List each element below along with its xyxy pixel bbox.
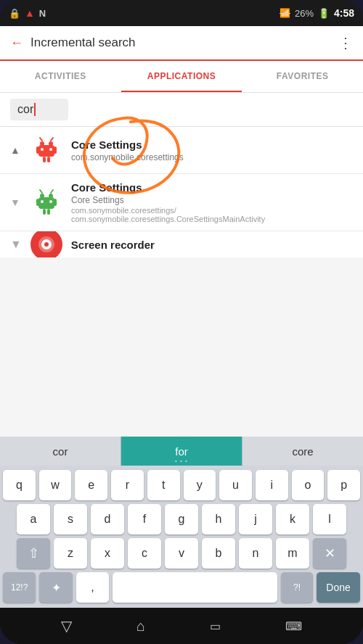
key-space[interactable] [113, 572, 277, 603]
status-right: 📶 26% 🔋 4:58 [280, 7, 354, 19]
svg-line-10 [51, 138, 53, 141]
key-k[interactable]: k [276, 504, 309, 534]
key-h[interactable]: h [202, 504, 235, 534]
key-p[interactable]: p [327, 470, 360, 500]
key-o[interactable]: o [292, 470, 325, 500]
search-bar: ← Incremental search ⋮ [0, 26, 363, 61]
key-shift[interactable]: ⇧ [17, 538, 50, 569]
key-row-2: a s d f g h j k l [3, 504, 360, 534]
nav-recents-icon[interactable]: ▭ [210, 619, 221, 633]
suggestion-core[interactable]: core [242, 437, 363, 466]
status-left: 🔒 ▲ N [9, 7, 46, 19]
result-item-core-settings-1[interactable]: ▲ [0, 127, 363, 174]
key-emoji[interactable]: ✦ [39, 572, 72, 603]
svg-line-21 [51, 190, 53, 193]
result-title-3: Screen recorder [71, 239, 353, 251]
svg-rect-19 [47, 209, 50, 215]
result-item-core-settings-2[interactable]: ▼ [0, 174, 363, 231]
search-text: cor [17, 103, 33, 116]
result-subtitle-1: com.sonymobile.coresettings [71, 152, 353, 162]
nav-home-icon[interactable]: ⌂ [136, 618, 145, 635]
screen-recorder-icon [30, 231, 62, 257]
key-d[interactable]: d [91, 504, 124, 534]
clock: 4:58 [334, 7, 354, 19]
tabs-bar: ACTIVITIES APPLICATIONS FAVORITES [0, 61, 363, 93]
result-text-3: Screen recorder [71, 239, 353, 251]
result-text-2: Core Settings Core Settings com.sonymobi… [71, 181, 353, 223]
svg-point-24 [44, 242, 49, 247]
result-title-2: Core Settings [71, 181, 353, 194]
key-n[interactable]: n [239, 538, 272, 569]
suggestion-for[interactable]: for • • • [121, 437, 242, 466]
svg-line-20 [40, 190, 42, 193]
screen-content: ← Incremental search ⋮ ACTIVITIES APPLIC… [0, 26, 363, 644]
key-a[interactable]: a [17, 504, 50, 534]
svg-rect-8 [47, 157, 50, 162]
key-c[interactable]: c [128, 538, 161, 569]
key-delete[interactable]: ✕ [313, 538, 346, 569]
key-g[interactable]: g [165, 504, 198, 534]
key-b[interactable]: b [202, 538, 235, 569]
result-title-1: Core Settings [71, 139, 353, 151]
key-x[interactable]: x [91, 538, 124, 569]
battery-text: 26% [295, 8, 314, 19]
word-suggestions: cor for • • • core [0, 437, 363, 466]
key-f[interactable]: f [128, 504, 161, 534]
key-comma[interactable]: , [76, 572, 109, 603]
expand-icon-3[interactable]: ▼ [10, 238, 22, 251]
result-icon-green-android [30, 186, 62, 218]
collapse-icon[interactable]: ▲ [10, 144, 22, 156]
phone-frame: 🔒 ▲ N 📶 26% 🔋 4:58 ← Incremental search … [0, 0, 363, 644]
suggestion-cor[interactable]: cor [0, 437, 121, 466]
search-input[interactable]: cor [10, 99, 68, 120]
svg-rect-18 [43, 209, 46, 215]
key-i[interactable]: i [256, 470, 288, 500]
svg-point-14 [41, 200, 44, 203]
key-done[interactable]: Done [317, 572, 360, 603]
tab-applications[interactable]: APPLICATIONS [121, 61, 242, 92]
key-u[interactable]: u [219, 470, 252, 500]
tab-activities[interactable]: ACTIVITIES [0, 61, 121, 92]
nav-bar: ▽ ⌂ ▭ ⌨ [0, 608, 363, 644]
android-icon-red [33, 136, 60, 164]
result-item-screen-recorder[interactable]: ▼ Screen recorder [0, 231, 363, 257]
nav-back-icon[interactable]: ▽ [61, 617, 72, 635]
signal-icon: 📶 [280, 8, 290, 18]
key-r[interactable]: r [111, 470, 144, 500]
nav-keyboard-icon[interactable]: ⌨ [285, 619, 302, 633]
key-m[interactable]: m [276, 538, 309, 569]
svg-rect-2 [38, 145, 54, 157]
svg-rect-16 [36, 199, 39, 206]
suggestion-dots: • • • [175, 458, 188, 464]
svg-rect-17 [54, 199, 57, 206]
key-t[interactable]: t [147, 470, 180, 500]
key-w[interactable]: w [39, 470, 72, 500]
key-l[interactable]: l [313, 504, 346, 534]
key-row-1: q w e r t y u i o p [3, 470, 360, 500]
key-j[interactable]: j [239, 504, 272, 534]
search-title: Incremental search [30, 36, 331, 50]
tab-favorites[interactable]: FAVORITES [242, 61, 363, 92]
key-y[interactable]: y [184, 470, 216, 500]
key-row-3: ⇧ z x c v b n m ✕ [3, 538, 360, 569]
result-text-1: Core Settings com.sonymobile.coresetting… [71, 139, 353, 162]
key-s[interactable]: s [54, 504, 87, 534]
key-e[interactable]: e [75, 470, 107, 500]
back-icon[interactable]: ← [10, 36, 23, 51]
key-z[interactable]: z [54, 538, 87, 569]
svg-rect-5 [36, 146, 39, 154]
svg-rect-6 [54, 146, 57, 154]
key-punct[interactable]: ?! [281, 572, 313, 603]
expand-icon-2[interactable]: ▼ [10, 197, 22, 208]
key-v[interactable]: v [165, 538, 198, 569]
result-icon-red-android [30, 134, 62, 166]
key-symbols[interactable]: 12!? [3, 572, 36, 603]
menu-dots-icon[interactable]: ⋮ [338, 34, 353, 51]
triangle-icon: ▲ [25, 7, 35, 19]
key-q[interactable]: q [3, 470, 36, 500]
battery-icon: 🔋 [318, 8, 330, 19]
n-icon: N [39, 8, 46, 19]
status-bar: 🔒 ▲ N 📶 26% 🔋 4:58 [0, 0, 363, 26]
result-subtitle-2: Core Settings [71, 195, 353, 205]
results-area: ▲ [0, 127, 363, 437]
